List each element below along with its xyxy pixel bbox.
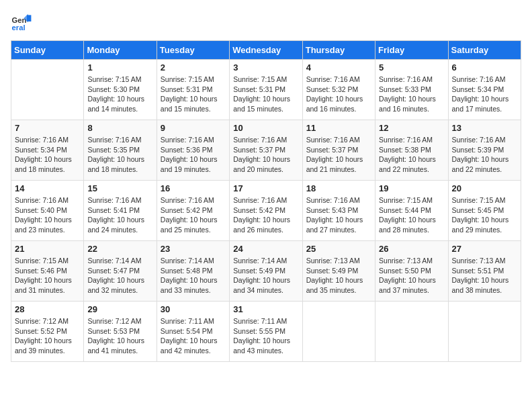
calendar-cell: 26Sunrise: 7:13 AMSunset: 5:50 PMDayligh… (375, 241, 448, 302)
day-number: 23 (161, 244, 226, 254)
day-number: 26 (379, 244, 444, 254)
day-number: 6 (452, 62, 517, 73)
day-header-monday: Monday (84, 41, 157, 60)
day-info: Sunrise: 7:16 AMSunset: 5:43 PMDaylight:… (306, 195, 371, 235)
day-info: Sunrise: 7:13 AMSunset: 5:50 PMDaylight:… (379, 256, 444, 295)
calendar-header-row: SundayMondayTuesdayWednesdayThursdayFrid… (11, 41, 521, 60)
day-number: 2 (161, 62, 226, 73)
day-number: 25 (306, 244, 371, 254)
day-info: Sunrise: 7:16 AMSunset: 5:42 PMDaylight:… (233, 195, 298, 235)
day-info: Sunrise: 7:15 AMSunset: 5:45 PMDaylight:… (452, 195, 517, 235)
day-info: Sunrise: 7:16 AMSunset: 5:32 PMDaylight:… (306, 75, 371, 114)
svg-text:Gen: Gen (12, 16, 27, 24)
day-number: 13 (452, 123, 517, 133)
calendar-cell: 5Sunrise: 7:16 AMSunset: 5:33 PMDaylight… (375, 60, 448, 120)
calendar-cell: 2Sunrise: 7:15 AMSunset: 5:31 PMDaylight… (157, 60, 229, 120)
calendar-cell: 20Sunrise: 7:15 AMSunset: 5:45 PMDayligh… (448, 181, 521, 241)
day-number: 22 (87, 244, 152, 254)
day-number: 15 (87, 183, 152, 193)
day-number: 27 (452, 244, 517, 254)
svg-text:eral: eral (12, 24, 26, 32)
calendar-cell (448, 302, 521, 362)
day-info: Sunrise: 7:14 AMSunset: 5:47 PMDaylight:… (87, 256, 152, 295)
calendar-cell: 7Sunrise: 7:16 AMSunset: 5:34 PMDaylight… (11, 120, 84, 181)
day-info: Sunrise: 7:16 AMSunset: 5:41 PMDaylight:… (87, 195, 152, 235)
day-info: Sunrise: 7:15 AMSunset: 5:30 PMDaylight:… (87, 75, 152, 114)
calendar-cell: 11Sunrise: 7:16 AMSunset: 5:37 PMDayligh… (302, 120, 375, 181)
day-number: 24 (233, 244, 298, 254)
day-info: Sunrise: 7:16 AMSunset: 5:34 PMDaylight:… (15, 135, 80, 175)
day-info: Sunrise: 7:13 AMSunset: 5:49 PMDaylight:… (306, 256, 371, 295)
day-info: Sunrise: 7:16 AMSunset: 5:36 PMDaylight:… (161, 135, 226, 175)
calendar-cell: 28Sunrise: 7:12 AMSunset: 5:52 PMDayligh… (11, 302, 84, 362)
calendar-cell: 6Sunrise: 7:16 AMSunset: 5:34 PMDaylight… (448, 60, 521, 120)
calendar-cell: 14Sunrise: 7:16 AMSunset: 5:40 PMDayligh… (11, 181, 84, 241)
calendar-cell: 17Sunrise: 7:16 AMSunset: 5:42 PMDayligh… (230, 181, 302, 241)
day-number: 8 (87, 123, 152, 133)
calendar-cell: 29Sunrise: 7:12 AMSunset: 5:53 PMDayligh… (84, 302, 157, 362)
day-info: Sunrise: 7:16 AMSunset: 5:33 PMDaylight:… (379, 75, 444, 114)
day-info: Sunrise: 7:11 AMSunset: 5:55 PMDaylight:… (233, 316, 298, 356)
calendar-cell: 1Sunrise: 7:15 AMSunset: 5:30 PMDaylight… (84, 60, 157, 120)
day-info: Sunrise: 7:16 AMSunset: 5:38 PMDaylight:… (379, 135, 444, 175)
calendar-week-row: 7Sunrise: 7:16 AMSunset: 5:34 PMDaylight… (11, 120, 521, 181)
day-number: 5 (379, 62, 444, 73)
calendar-table: SundayMondayTuesdayWednesdayThursdayFrid… (11, 40, 521, 362)
day-number: 20 (452, 183, 517, 193)
calendar-cell (302, 302, 375, 362)
day-info: Sunrise: 7:14 AMSunset: 5:48 PMDaylight:… (161, 256, 226, 295)
day-info: Sunrise: 7:15 AMSunset: 5:44 PMDaylight:… (379, 195, 444, 235)
day-info: Sunrise: 7:14 AMSunset: 5:49 PMDaylight:… (233, 256, 298, 295)
calendar-cell: 10Sunrise: 7:16 AMSunset: 5:37 PMDayligh… (230, 120, 302, 181)
day-info: Sunrise: 7:16 AMSunset: 5:37 PMDaylight:… (306, 135, 371, 175)
calendar-week-row: 21Sunrise: 7:15 AMSunset: 5:46 PMDayligh… (11, 241, 521, 302)
calendar-cell (11, 60, 84, 120)
calendar-cell: 9Sunrise: 7:16 AMSunset: 5:36 PMDaylight… (157, 120, 229, 181)
calendar-cell: 24Sunrise: 7:14 AMSunset: 5:49 PMDayligh… (230, 241, 302, 302)
calendar-cell: 30Sunrise: 7:11 AMSunset: 5:54 PMDayligh… (157, 302, 229, 362)
day-info: Sunrise: 7:16 AMSunset: 5:34 PMDaylight:… (452, 75, 517, 114)
calendar-cell: 18Sunrise: 7:16 AMSunset: 5:43 PMDayligh… (302, 181, 375, 241)
day-info: Sunrise: 7:16 AMSunset: 5:40 PMDaylight:… (15, 195, 80, 235)
day-info: Sunrise: 7:16 AMSunset: 5:42 PMDaylight:… (161, 195, 226, 235)
calendar-week-row: 1Sunrise: 7:15 AMSunset: 5:30 PMDaylight… (11, 60, 521, 120)
day-number: 10 (233, 123, 298, 133)
calendar-cell: 23Sunrise: 7:14 AMSunset: 5:48 PMDayligh… (157, 241, 229, 302)
day-number: 12 (379, 123, 444, 133)
day-number: 19 (379, 183, 444, 193)
day-info: Sunrise: 7:16 AMSunset: 5:37 PMDaylight:… (233, 135, 298, 175)
day-info: Sunrise: 7:15 AMSunset: 5:31 PMDaylight:… (161, 75, 226, 114)
day-header-sunday: Sunday (11, 41, 84, 60)
day-number: 7 (15, 123, 80, 133)
calendar-cell: 8Sunrise: 7:16 AMSunset: 5:35 PMDaylight… (84, 120, 157, 181)
day-number: 29 (87, 304, 152, 314)
calendar-cell: 22Sunrise: 7:14 AMSunset: 5:47 PMDayligh… (84, 241, 157, 302)
day-number: 16 (161, 183, 226, 193)
calendar-cell: 13Sunrise: 7:16 AMSunset: 5:39 PMDayligh… (448, 120, 521, 181)
calendar-cell: 4Sunrise: 7:16 AMSunset: 5:32 PMDaylight… (302, 60, 375, 120)
day-info: Sunrise: 7:11 AMSunset: 5:54 PMDaylight:… (161, 316, 226, 356)
calendar-cell: 25Sunrise: 7:13 AMSunset: 5:49 PMDayligh… (302, 241, 375, 302)
day-number: 28 (15, 304, 80, 314)
day-number: 1 (87, 62, 152, 73)
calendar-cell: 31Sunrise: 7:11 AMSunset: 5:55 PMDayligh… (230, 302, 302, 362)
calendar-cell: 12Sunrise: 7:16 AMSunset: 5:38 PMDayligh… (375, 120, 448, 181)
day-number: 4 (306, 62, 371, 73)
calendar-cell: 19Sunrise: 7:15 AMSunset: 5:44 PMDayligh… (375, 181, 448, 241)
calendar-cell (375, 302, 448, 362)
day-number: 31 (233, 304, 298, 314)
day-number: 21 (15, 244, 80, 254)
day-info: Sunrise: 7:12 AMSunset: 5:52 PMDaylight:… (15, 316, 80, 356)
day-number: 11 (306, 123, 371, 133)
day-header-friday: Friday (375, 41, 448, 60)
calendar-week-row: 14Sunrise: 7:16 AMSunset: 5:40 PMDayligh… (11, 181, 521, 241)
day-number: 17 (233, 183, 298, 193)
calendar-cell: 15Sunrise: 7:16 AMSunset: 5:41 PMDayligh… (84, 181, 157, 241)
day-header-thursday: Thursday (302, 41, 375, 60)
day-header-wednesday: Wednesday (230, 41, 302, 60)
calendar-cell: 27Sunrise: 7:13 AMSunset: 5:51 PMDayligh… (448, 241, 521, 302)
page-header: Gen eral (11, 11, 521, 32)
day-header-saturday: Saturday (448, 41, 521, 60)
day-number: 18 (306, 183, 371, 193)
calendar-cell: 21Sunrise: 7:15 AMSunset: 5:46 PMDayligh… (11, 241, 84, 302)
